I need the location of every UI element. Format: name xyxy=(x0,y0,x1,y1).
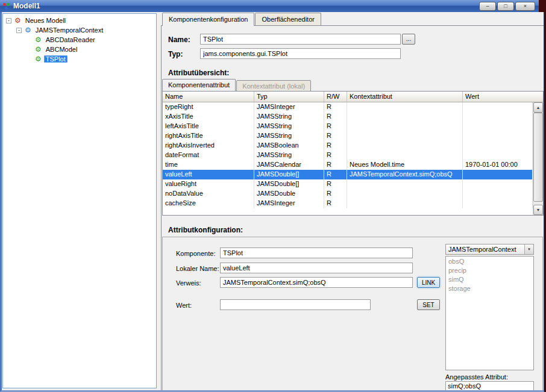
scrollbar-thumb[interactable] xyxy=(533,113,543,202)
tree-item-abcmodel[interactable]: ⚙ABCModel xyxy=(3,45,156,54)
table-cell: JAMSDouble xyxy=(254,189,324,199)
table-cell: rightAxisTitle xyxy=(163,131,254,141)
table-cell: JAMSDouble[] xyxy=(254,170,324,179)
maximize-button[interactable]: □ xyxy=(497,2,514,11)
table-row-cachesize[interactable]: cacheSizeJAMSIntegerR xyxy=(163,199,533,208)
verweis-label: Verweis: xyxy=(176,279,201,287)
tree-item-jamstemporalcontext[interactable]: -⚙JAMSTemporalContext xyxy=(3,25,156,35)
attribute-list-item[interactable]: simQ xyxy=(447,275,533,284)
tab-oberflaecheneditor[interactable]: Oberflächeneditor xyxy=(255,13,321,25)
table-cell xyxy=(347,102,463,112)
model-root-icon: ⚙ xyxy=(14,16,21,25)
close-button[interactable]: × xyxy=(515,2,535,11)
set-button[interactable]: SET xyxy=(417,299,440,310)
assigned-attribute-label: Angepasstes Attribut: xyxy=(445,373,508,381)
attribute-list-item[interactable]: obsQ xyxy=(447,257,533,266)
table-cell: cacheSize xyxy=(163,199,254,208)
table-cell xyxy=(463,189,533,199)
table-cell: JAMSCalendar xyxy=(254,160,324,170)
name-input[interactable] xyxy=(200,34,401,45)
scroll-up-button[interactable]: ▲ xyxy=(533,102,543,113)
column-header-typ[interactable]: Typ xyxy=(254,92,324,102)
table-cell: JAMSBoolean xyxy=(254,141,324,151)
verweis-input[interactable] xyxy=(220,277,413,288)
temporal-context-icon: ⚙ xyxy=(25,26,31,34)
right-panel: Komponentenkonfiguration Oberflächenedit… xyxy=(161,12,544,390)
table-cell xyxy=(347,122,463,131)
table-row-dateformat[interactable]: dateFormatJAMSStringR xyxy=(163,151,533,160)
title-bar[interactable]: Modell1 – □ × xyxy=(0,0,539,12)
column-header-kontextattribut[interactable]: Kontextattribut xyxy=(347,92,463,102)
table-row-typeright[interactable]: typeRightJAMSIntegerR xyxy=(163,102,533,112)
tree-expand-handle[interactable]: - xyxy=(6,18,11,23)
table-cell: JAMSString xyxy=(254,151,324,160)
window-title: Modell1 xyxy=(13,2,40,10)
link-button[interactable]: LINK xyxy=(417,277,440,288)
table-cell: JAMSInteger xyxy=(254,199,324,208)
table-cell: R xyxy=(324,170,347,179)
tree-item-abcdatareader[interactable]: ⚙ABCDataReader xyxy=(3,35,156,45)
table-cell: R xyxy=(324,179,347,189)
attribute-tab-bar: Komponentenattribut Kontextattribut (lok… xyxy=(162,79,312,91)
tab-kontextattribut-lokal: Kontextattribut (lokal) xyxy=(236,80,311,91)
table-cell xyxy=(347,189,463,199)
table-row-valueleft[interactable]: valueLeftJAMSDouble[]RJAMSTemporalContex… xyxy=(163,170,533,179)
wert-label: Wert: xyxy=(176,302,192,309)
chevron-down-icon: ▼ xyxy=(524,244,533,254)
tree-item-label: JAMSTemporalContext xyxy=(34,26,105,34)
column-header-rw[interactable]: R/W xyxy=(324,92,347,102)
tab-komponentenattribut[interactable]: Komponentenattribut xyxy=(162,79,236,91)
table-cell: R xyxy=(324,189,347,199)
tree-item-neues modell[interactable]: -⚙Neues Modell xyxy=(3,16,156,25)
table-cell: valueRight xyxy=(163,179,254,189)
typ-input[interactable] xyxy=(200,48,401,59)
attr-table-header: NameTypR/WKontextattributWert xyxy=(163,92,543,102)
table-cell: R xyxy=(324,199,347,208)
table-cell xyxy=(463,122,533,131)
table-cell: time xyxy=(163,160,254,170)
table-cell xyxy=(347,112,463,122)
assigned-attribute-value[interactable] xyxy=(445,381,534,390)
table-cell xyxy=(463,151,533,160)
table-cell: R xyxy=(324,131,347,141)
table-row-xaxistitle[interactable]: xAxisTitleJAMSStringR xyxy=(163,112,533,122)
wert-input[interactable] xyxy=(220,299,371,310)
table-cell: R xyxy=(324,160,347,170)
app-icon xyxy=(2,2,11,10)
lokaler-name-input[interactable] xyxy=(220,263,413,273)
table-cell: leftAxisTitle xyxy=(163,122,254,131)
attribute-list-item[interactable]: storage xyxy=(447,284,533,293)
tree-expand-handle[interactable]: - xyxy=(16,28,22,33)
table-cell xyxy=(463,112,533,122)
scroll-down-button[interactable]: ▼ xyxy=(533,205,543,215)
table-cell: JAMSString xyxy=(254,131,324,141)
window-body: -⚙Neues Modell-⚙JAMSTemporalContext⚙ABCD… xyxy=(0,12,544,392)
context-dropdown[interactable]: JAMSTemporalContext ▼ xyxy=(445,244,534,255)
table-cell: typeRight xyxy=(163,102,254,112)
komponente-input[interactable] xyxy=(220,247,413,258)
table-cell: rightAxisInverted xyxy=(163,141,254,151)
tree-item-tsplot[interactable]: ⚙TSPlot xyxy=(3,54,156,64)
minimize-button[interactable]: – xyxy=(479,2,496,11)
table-row-rightaxisinverted[interactable]: rightAxisInvertedJAMSBooleanR xyxy=(163,141,533,151)
table-cell xyxy=(463,199,533,208)
table-row-leftaxistitle[interactable]: leftAxisTitleJAMSStringR xyxy=(163,122,533,131)
table-cell xyxy=(463,179,533,189)
table-row-rightaxistitle[interactable]: rightAxisTitleJAMSStringR xyxy=(163,131,533,141)
table-row-time[interactable]: timeJAMSCalendarRNeues Modell.time1970-0… xyxy=(163,160,533,170)
arrow-down-icon: ▼ xyxy=(536,208,541,212)
column-header-name[interactable]: Name xyxy=(163,92,254,102)
attribute-list-item[interactable]: precip xyxy=(447,266,533,275)
table-cell: Neues Modell.time xyxy=(347,160,463,170)
table-row-valueright[interactable]: valueRightJAMSDouble[]R xyxy=(163,179,533,189)
table-row-nodatavalue[interactable]: noDataValueJAMSDoubleR xyxy=(163,189,533,199)
komponente-label: Komponente: xyxy=(176,250,215,257)
browse-button[interactable]: ... xyxy=(402,34,415,45)
table-scrollbar[interactable]: ▲ ▼ xyxy=(533,102,543,215)
tab-komponentenkonfiguration[interactable]: Komponentenkonfiguration xyxy=(162,13,254,26)
attribute-listbox[interactable]: obsQprecipsimQstorage xyxy=(445,256,534,370)
column-header-wert[interactable]: Wert xyxy=(463,92,543,102)
table-cell xyxy=(347,131,463,141)
table-cell: valueLeft xyxy=(163,170,254,179)
attribute-table: NameTypR/WKontextattributWert typeRightJ… xyxy=(162,91,544,216)
